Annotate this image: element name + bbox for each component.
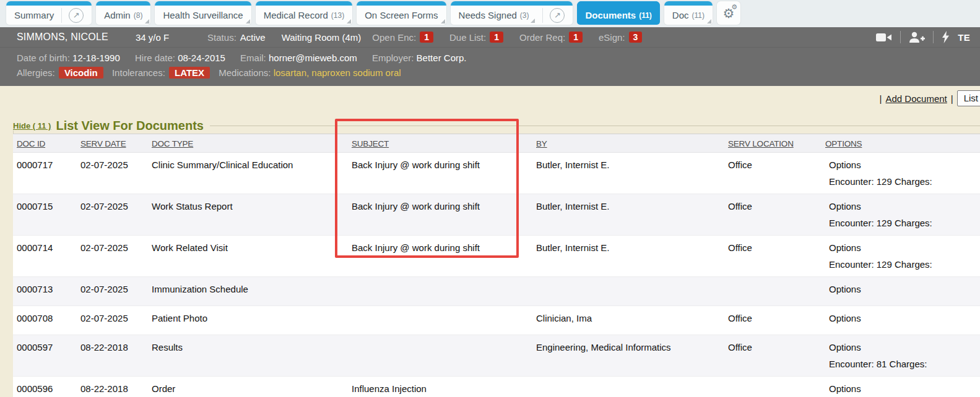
cell-serv-date: 08-22-2018 (77, 335, 148, 376)
patient-name: SIMMONS, NICOLE (17, 32, 108, 43)
tab-documents[interactable]: Documents (11) (577, 1, 659, 25)
document-toolbar: | Add Document | List (880, 90, 980, 106)
encounter-info: Encounter: 129 Charges: (829, 176, 976, 187)
list-view-legend: Hide ( 11 ) List View For Documents (13, 119, 980, 133)
cell-doc-id: 0000713 (13, 277, 77, 305)
esign-badge[interactable]: 3 (629, 32, 643, 43)
cell-serv-location (724, 277, 822, 305)
options-link[interactable]: Options (829, 383, 861, 394)
open-enc-label: Open Enc: (372, 32, 416, 43)
popout-icon[interactable]: ↗ (69, 8, 84, 23)
open-enc-badge[interactable]: 1 (420, 32, 433, 43)
options-link[interactable]: Options (829, 342, 861, 352)
col-header-serv-location[interactable]: SERV LOCATION (724, 134, 822, 152)
col-header-options[interactable]: OPTIONS (822, 134, 980, 152)
cell-doc-id: 0000714 (13, 236, 77, 276)
tab-needs-signed[interactable]: Needs Signed (3) ↗ (451, 1, 573, 25)
menu-fold-icon (246, 19, 250, 23)
dob-value: 12-18-1990 (72, 53, 120, 63)
order-req-badge[interactable]: 1 (569, 32, 583, 43)
tab-label: Documents (585, 10, 636, 20)
lightning-bolt-icon[interactable] (942, 31, 950, 43)
add-document-link[interactable]: Add Document (886, 93, 947, 104)
allergy-chip[interactable]: Vicodin (59, 67, 103, 79)
tab-on-screen-forms[interactable]: On Screen Forms (357, 1, 446, 25)
col-header-serv-date[interactable]: SERV DATE (77, 134, 148, 152)
table-row: 0000708 02-07-2025 Patient Photo Clinici… (13, 306, 980, 335)
icon-divider (900, 31, 901, 43)
options-link[interactable]: Options (829, 284, 861, 294)
tab-admin[interactable]: Admin (8) (96, 1, 150, 25)
cell-serv-location: Office (724, 306, 822, 335)
options-link[interactable]: Options (829, 242, 861, 253)
medications-links[interactable]: losartan, naproxen sodium oral (274, 67, 401, 78)
cell-doc-type: Order (148, 377, 348, 397)
cell-subject: Back Injury @ work during shift (348, 153, 532, 194)
table-row: 0000717 02-07-2025 Clinic Summary/Clinic… (13, 153, 980, 194)
cell-by: Butler, Internist E. (532, 194, 724, 235)
patient-header-bar: SIMMONS, NICOLE 34 y/o F Status: Active … (0, 27, 980, 48)
employer-label: Employer: (372, 53, 414, 63)
encounter-info: Encounter: 129 Charges: (829, 259, 976, 270)
email-value: horner@mieweb.com (269, 53, 357, 63)
documents-table: DOC ID SERV DATE DOC TYPE SUBJECT BY SER… (13, 134, 980, 397)
video-camera-icon[interactable] (876, 32, 892, 43)
cell-by: Clinician, Ima (532, 306, 724, 335)
tab-summary[interactable]: Summary ↗ (6, 1, 92, 25)
intolerances-label: Intolerances: (112, 67, 165, 78)
cell-subject: Back Injury @ work during shift (348, 194, 532, 235)
cell-doc-type: Work Related Visit (148, 236, 348, 276)
tab-divider (61, 8, 62, 23)
tab-count: (3) (520, 11, 529, 20)
tab-label: Admin (104, 10, 131, 20)
encounter-info: Encounter: 81 Charges: (829, 359, 976, 369)
col-header-by[interactable]: BY (532, 134, 724, 152)
cell-subject (348, 277, 532, 305)
add-user-icon[interactable] (909, 32, 925, 43)
menu-fold-icon (145, 19, 149, 23)
tab-doc[interactable]: Doc (11) (664, 1, 713, 25)
cell-by: Engineering, Medical Informatics (532, 335, 724, 376)
cell-subject: Influenza Injection (348, 377, 532, 397)
due-list-badge[interactable]: 1 (490, 32, 503, 43)
cell-doc-id: 0000715 (13, 194, 77, 235)
cell-doc-id: 0000596 (13, 377, 77, 397)
settings-button[interactable]: ⚙ ⚙ (717, 1, 740, 25)
tab-divider (542, 8, 543, 23)
menu-fold-icon (531, 19, 535, 23)
cell-doc-type: Work Status Report (148, 194, 348, 235)
demographics-row-2: Allergies: Vicodin Intolerances: LATEX M… (17, 66, 970, 80)
medications-label: Medications: (219, 67, 271, 78)
col-header-subject[interactable]: SUBJECT (348, 134, 532, 152)
options-link[interactable]: Options (829, 160, 861, 170)
cell-doc-id: 0000717 (13, 153, 77, 194)
popout-icon[interactable]: ↗ (550, 8, 565, 23)
cell-doc-id: 0000708 (13, 306, 77, 335)
options-link[interactable]: Options (829, 313, 861, 323)
cell-doc-type: Patient Photo (148, 306, 348, 335)
options-link[interactable]: Options (829, 201, 861, 211)
col-header-doc-id[interactable]: DOC ID (13, 134, 77, 152)
encounter-info: Encounter: 129 Charges: (829, 218, 976, 228)
list-button[interactable]: List (957, 90, 980, 106)
cell-by (532, 277, 724, 305)
dob-label: Date of birth: (17, 53, 70, 63)
allergies-label: Allergies: (17, 67, 55, 78)
tab-label: Medical Record (264, 10, 328, 20)
table-header-row: DOC ID SERV DATE DOC TYPE SUBJECT BY SER… (13, 134, 980, 153)
demographics-row-1: Date of birth: 12-18-1990 Hire date: 08-… (17, 51, 970, 66)
toolbar-divider: | (951, 93, 953, 104)
page-title: List View For Documents (56, 119, 204, 133)
hide-link[interactable]: Hide ( 11 ) (13, 121, 51, 130)
table-row: 0000597 08-22-2018 Results Engineering, … (13, 335, 980, 377)
tab-health-surveillance[interactable]: Health Surveillance (155, 1, 251, 25)
tab-label: Needs Signed (459, 10, 517, 20)
legend-rule (210, 126, 980, 126)
hire-date-label: Hire date: (135, 53, 175, 63)
table-row: 0000596 08-22-2018 Order Influenza Injec… (13, 377, 980, 397)
tab-medical-record[interactable]: Medical Record (13) (256, 1, 353, 25)
intolerance-chip[interactable]: LATEX (169, 67, 210, 79)
col-header-doc-type[interactable]: DOC TYPE (148, 134, 348, 152)
cell-by: Butler, Internist E. (532, 153, 724, 194)
cell-serv-location (724, 377, 822, 397)
